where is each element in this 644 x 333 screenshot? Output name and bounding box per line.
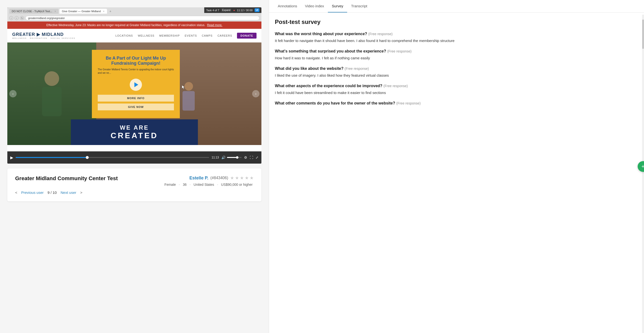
play-icon bbox=[134, 82, 138, 87]
survey-title: Post-test survey bbox=[275, 18, 638, 25]
pip-icon[interactable]: ⛶ bbox=[250, 156, 253, 159]
info-card-bottom: < Previous user 9 / 10 Next user > bbox=[15, 190, 254, 195]
question-type-1: (Free response) bbox=[368, 32, 392, 36]
new-tab-button[interactable]: + bbox=[110, 9, 112, 13]
hero-area: ‹ › Be A Part of Our Light Me Up Fundrai… bbox=[7, 42, 262, 145]
record-dot: ● bbox=[233, 9, 235, 12]
question-type-5: (Free response) bbox=[396, 101, 421, 105]
video-controls: ▶ 11:13 🔊 ⚙ ⛶ ⤢ bbox=[7, 151, 262, 164]
carousel-prev-button[interactable]: ‹ bbox=[9, 90, 16, 97]
question-text-5: What other comments do you have for the … bbox=[275, 101, 638, 106]
popup-text: The Greater Midland Tennis Center is upg… bbox=[98, 68, 174, 75]
previous-user-link[interactable]: Previous user bbox=[21, 190, 44, 195]
star-1[interactable]: ★ bbox=[230, 175, 234, 181]
back-button[interactable]: ‹ bbox=[9, 16, 13, 20]
scrollbar-thumb[interactable] bbox=[642, 19, 644, 49]
question-text-4: What other aspects of the experience cou… bbox=[275, 83, 638, 89]
nav-link-locations[interactable]: LOCATIONS bbox=[115, 34, 133, 37]
time-display: 11:13 bbox=[212, 156, 219, 159]
info-card: Greater Midland Community Center Test Es… bbox=[7, 168, 262, 201]
settings-icon[interactable]: ⚙ bbox=[244, 156, 247, 159]
we-are-text: WE ARE bbox=[78, 124, 190, 131]
tab-transcript[interactable]: Transcript bbox=[347, 0, 371, 12]
tab-video-index[interactable]: Video index bbox=[301, 0, 328, 12]
star-3[interactable]: ★ bbox=[240, 175, 244, 181]
mouse-cursor bbox=[182, 85, 185, 90]
site-nav: GREATER ▶ MIDLAND WELLNESS · RECREATION … bbox=[7, 29, 262, 42]
read-more-link[interactable]: Read more. bbox=[207, 23, 222, 27]
volume-bar[interactable] bbox=[227, 157, 242, 158]
question-type-4: (Free response) bbox=[384, 84, 408, 88]
next-user-link[interactable]: Next user bbox=[60, 190, 76, 195]
answer-text-3: I liked the use of imagery. I also liked… bbox=[275, 73, 638, 78]
forward-button[interactable]: › bbox=[15, 16, 18, 20]
question-text-3: What did you like about the website? (Fr… bbox=[275, 66, 638, 71]
survey-question-2: What's something that surprised you abou… bbox=[275, 48, 638, 61]
user-demographics: Female - 36 - United States - US$90,000 … bbox=[164, 183, 254, 187]
video-container: DO NOT CLOSE - TryMyUI Test... × Give Gr… bbox=[7, 7, 262, 164]
nav-link-wellness[interactable]: WELLNESS bbox=[138, 34, 154, 37]
survey-question-1: What was the worst thing about your expe… bbox=[275, 31, 638, 44]
survey-content: Post-test survey What was the worst thin… bbox=[269, 13, 644, 333]
popup-play-button[interactable] bbox=[130, 79, 142, 91]
answer-text-4: I felt it could have been streamlined to… bbox=[275, 90, 638, 96]
site-nav-links: LOCATIONS WELLNESS MEMBERSHIP EVENTS CAM… bbox=[115, 33, 256, 38]
logo-main: GREATER ▶ MIDLAND bbox=[12, 32, 75, 37]
test-title: Greater Midland Community Center Test bbox=[15, 175, 118, 182]
question-text-2: What's something that surprised you abou… bbox=[275, 48, 638, 54]
survey-question-3: What did you like about the website? (Fr… bbox=[275, 66, 638, 78]
scrollbar-track[interactable] bbox=[642, 15, 644, 333]
nav-link-membership[interactable]: MEMBERSHIP bbox=[159, 34, 180, 37]
star-5[interactable]: ★ bbox=[250, 175, 254, 181]
nav-link-careers[interactable]: CAREERS bbox=[218, 34, 232, 37]
page-count: 9 / 10 bbox=[48, 190, 57, 195]
fundraising-popup: Be A Part of Our Light Me Up Fundraising… bbox=[92, 50, 180, 118]
ui-badge: UI bbox=[254, 8, 260, 12]
tabs-bar: Annotations Video index Survey Transcrip… bbox=[269, 0, 644, 13]
nav-link-events[interactable]: EVENTS bbox=[185, 34, 197, 37]
question-type-3: (Free response) bbox=[344, 67, 369, 70]
volume-container: 🔊 bbox=[221, 156, 242, 159]
site-alert-bar: Effective Wednesday, June 23: Masks are … bbox=[7, 21, 262, 29]
user-info-right: Estelle P. (#843406) ★ ★ ★ ★ ★ Female - … bbox=[164, 175, 254, 187]
progress-bar[interactable] bbox=[16, 157, 209, 158]
give-now-button[interactable]: GIVE NOW bbox=[98, 103, 174, 110]
site-logo: GREATER ▶ MIDLAND WELLNESS · RECREATION … bbox=[12, 32, 75, 39]
tab-annotations[interactable]: Annotations bbox=[274, 0, 301, 12]
browser-tab-inactive[interactable]: DO NOT CLOSE - TryMyUI Test... × bbox=[9, 9, 58, 14]
answer-text-1: It felt harder to navigate than it shoul… bbox=[275, 38, 638, 44]
volume-thumb[interactable] bbox=[236, 156, 238, 159]
donate-button[interactable]: DONATE bbox=[237, 33, 256, 38]
carousel-next-button[interactable]: › bbox=[252, 90, 260, 97]
user-name-id: Estelle P. (#843406) ★ ★ ★ ★ ★ bbox=[189, 175, 254, 181]
task-bar-overlay: Task 4 of 7 Expand ● 11:12 / 30:00 UI bbox=[204, 7, 262, 13]
answer-text-2: How hard it was to navigate. I felt as i… bbox=[275, 55, 638, 61]
question-type-2: (Free response) bbox=[387, 49, 412, 53]
survey-question-4: What other aspects of the experience cou… bbox=[275, 83, 638, 96]
volume-icon[interactable]: 🔊 bbox=[221, 156, 226, 159]
tab-survey[interactable]: Survey bbox=[328, 0, 347, 12]
left-panel: DO NOT CLOSE - TryMyUI Test... × Give Gr… bbox=[0, 0, 269, 333]
star-rating[interactable]: ★ ★ ★ ★ ★ bbox=[230, 175, 254, 181]
browser-nav: ‹ › ↻ greatermidland.org/givegreater bbox=[9, 15, 260, 21]
star-4[interactable]: ★ bbox=[245, 175, 249, 181]
reload-button[interactable]: ↻ bbox=[20, 16, 24, 20]
play-button[interactable]: ▶ bbox=[10, 155, 13, 160]
expand-badge[interactable]: Expand bbox=[221, 8, 231, 12]
progress-thumb[interactable] bbox=[86, 156, 89, 159]
survey-question-5: What other comments do you have for the … bbox=[275, 101, 638, 106]
question-text-1: What was the worst thing about your expe… bbox=[275, 31, 638, 37]
volume-fill bbox=[227, 157, 237, 158]
address-bar[interactable]: greatermidland.org/givegreater bbox=[26, 16, 260, 20]
more-info-button[interactable]: MORE INFO bbox=[98, 95, 174, 102]
progress-fill bbox=[16, 157, 87, 158]
fullscreen-icon[interactable]: ⤢ bbox=[256, 156, 258, 159]
star-2[interactable]: ★ bbox=[235, 175, 239, 181]
created-text: CREATED bbox=[78, 131, 190, 140]
nav-link-camps[interactable]: CAMPS bbox=[202, 34, 212, 37]
popup-title: Be A Part of Our Light Me Up Fundraising… bbox=[98, 56, 174, 66]
user-name-link[interactable]: Estelle P. bbox=[189, 176, 208, 181]
browser-tab-active[interactable]: Give Greater — Greater Midland × bbox=[59, 9, 107, 14]
logo-sub: WELLNESS · RECREATION · SOCIAL SERVICES bbox=[12, 37, 75, 39]
we-are-banner: WE ARE CREATED bbox=[71, 119, 198, 145]
